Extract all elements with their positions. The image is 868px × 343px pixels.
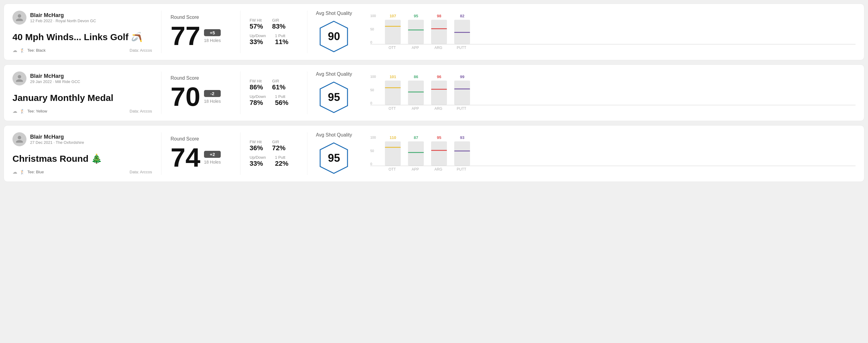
score-label: Round Score [170, 75, 231, 81]
quality-panel: Avg Shot Quality 90 100500107959882OTTAP… [307, 11, 856, 53]
tee-info: ☁ 🏌 Tee: Black [12, 48, 45, 53]
bar-background: 87 [408, 142, 424, 166]
user-meta: 12 Feb 2022 · Royal North Devon GC [30, 19, 96, 23]
tee-label: Tee: Yellow [27, 109, 47, 114]
left-panel: Blair McHarg12 Feb 2022 · Royal North De… [12, 11, 161, 53]
x-axis-label: ARG [431, 167, 446, 172]
stat-label: GIR [272, 18, 285, 23]
bar-background: 99 [454, 81, 470, 105]
user-name: Blair McHarg [30, 134, 84, 140]
bar-line [431, 150, 447, 151]
stat-value: 83% [272, 23, 285, 30]
stat-item-0: FW Hit57% [250, 18, 263, 30]
stat-value: 61% [272, 83, 285, 91]
quality-left: Avg Shot Quality 95 [316, 132, 352, 175]
bar-value-label: 101 [385, 74, 401, 79]
score-panel: Round Score74+218 Holes [161, 132, 241, 175]
hexagon: 95 [317, 81, 350, 114]
stat-value: 11% [275, 38, 288, 46]
quality-panel: Avg Shot Quality 95 100500110879593OTTAP… [307, 132, 856, 175]
chart-bars: 100500107959882 [370, 14, 856, 44]
y-axis-label: 50 [370, 27, 376, 31]
user-meta: 27 Dec 2021 · The Oxfordshire [30, 140, 84, 145]
user-name: Blair McHarg [30, 12, 96, 19]
y-axis-label: 100 [370, 136, 376, 139]
bar-line [454, 151, 470, 151]
stat-value: 22% [275, 160, 288, 167]
left-panel: Blair McHarg29 Jan 2022 · Mill Ride GCCJ… [12, 71, 161, 114]
user-info: Blair McHarg27 Dec 2021 · The Oxfordshir… [30, 134, 84, 145]
stat-item-2: Up/Down33% [250, 155, 266, 167]
user-header: Blair McHarg27 Dec 2021 · The Oxfordshir… [12, 132, 152, 146]
score-main: 77+518 Holes [170, 23, 231, 49]
bar-line [431, 28, 447, 29]
quality-label: Avg Shot Quality [316, 132, 352, 138]
stat-value: 78% [250, 99, 266, 107]
stat-value: 33% [250, 38, 266, 46]
quality-panel: Avg Shot Quality 95 100500101869699OTTAP… [307, 71, 856, 114]
score-label: Round Score [170, 14, 231, 20]
user-header: Blair McHarg29 Jan 2022 · Mill Ride GCC [12, 71, 152, 86]
data-source: Data: Arccos [129, 170, 152, 174]
stat-item-1: GIR72% [272, 139, 285, 152]
tee-info: ☁ 🏌 Tee: Yellow [12, 108, 47, 114]
stat-label: 1 Putt [275, 33, 288, 38]
x-axis-label: OTT [384, 106, 400, 111]
x-axis-label: ARG [431, 106, 446, 111]
stat-item-3: 1 Putt22% [275, 155, 288, 167]
bar-background: 107 [385, 20, 401, 44]
left-panel: Blair McHarg27 Dec 2021 · The Oxfordshir… [12, 132, 161, 175]
y-axis-label: 50 [370, 88, 376, 92]
score-badge-block: -218 Holes [204, 90, 221, 104]
bar-value-label: 86 [408, 74, 424, 79]
stat-label: FW Hit [250, 139, 263, 144]
score-main: 74+218 Holes [170, 144, 231, 171]
stat-item-1: GIR61% [272, 79, 285, 91]
chart-bars: 100500110879593 [370, 136, 856, 166]
score-badge: +5 [204, 29, 221, 36]
bar-background: 110 [385, 142, 401, 166]
hexagon: 90 [317, 20, 350, 53]
tee-label: Tee: Blue [27, 170, 44, 174]
bar-line [408, 30, 424, 30]
bar-line [454, 32, 470, 33]
score-number: 74 [170, 144, 200, 171]
quality-label: Avg Shot Quality [316, 71, 352, 77]
stat-value: 72% [272, 144, 285, 152]
x-axis-label: ARG [431, 45, 446, 50]
bar-line [408, 152, 424, 153]
avatar [12, 132, 26, 146]
stats-row-top: FW Hit36%GIR72% [250, 139, 298, 152]
stats-panel: FW Hit86%GIR61%Up/Down78%1 Putt56% [241, 71, 307, 114]
tee-info: ☁ 🏌 Tee: Blue [12, 169, 44, 175]
stat-label: Up/Down [250, 33, 266, 38]
score-number: 77 [170, 23, 200, 49]
score-label: Round Score [170, 136, 231, 142]
round-title: 40 Mph Winds... Links Golf 🪃 [12, 32, 152, 42]
weather-icon: ☁ [12, 108, 17, 114]
bag-icon: 🏌 [20, 48, 25, 53]
card-footer: ☁ 🏌 Tee: Black Data: Arccos [12, 48, 152, 53]
bar-background: 95 [431, 142, 447, 166]
bar-chart: 100500101869699OTTAPPARGPUTT [361, 75, 856, 111]
score-badge: +2 [204, 151, 221, 158]
avatar [12, 11, 26, 25]
x-axis-label: OTT [384, 167, 400, 172]
bar-chart: 100500110879593OTTAPPARGPUTT [361, 136, 856, 172]
bar-line [431, 89, 447, 90]
bar-value-label: 82 [454, 14, 470, 18]
quality-left: Avg Shot Quality 95 [316, 71, 352, 114]
hexagon-container: 90 [316, 20, 352, 53]
bar-line [454, 89, 470, 89]
bar-line [408, 92, 424, 92]
y-axis-label: 0 [370, 101, 376, 105]
stats-row-bottom: Up/Down33%1 Putt11% [250, 33, 298, 46]
stat-item-1: GIR83% [272, 18, 285, 30]
user-name: Blair McHarg [30, 73, 80, 80]
stat-value: 57% [250, 23, 263, 30]
bar-value-label: 93 [454, 135, 470, 140]
bar-line [385, 26, 401, 27]
y-axis: 100500 [370, 136, 376, 166]
user-header: Blair McHarg12 Feb 2022 · Royal North De… [12, 11, 152, 25]
score-holes: 18 Holes [204, 38, 221, 43]
